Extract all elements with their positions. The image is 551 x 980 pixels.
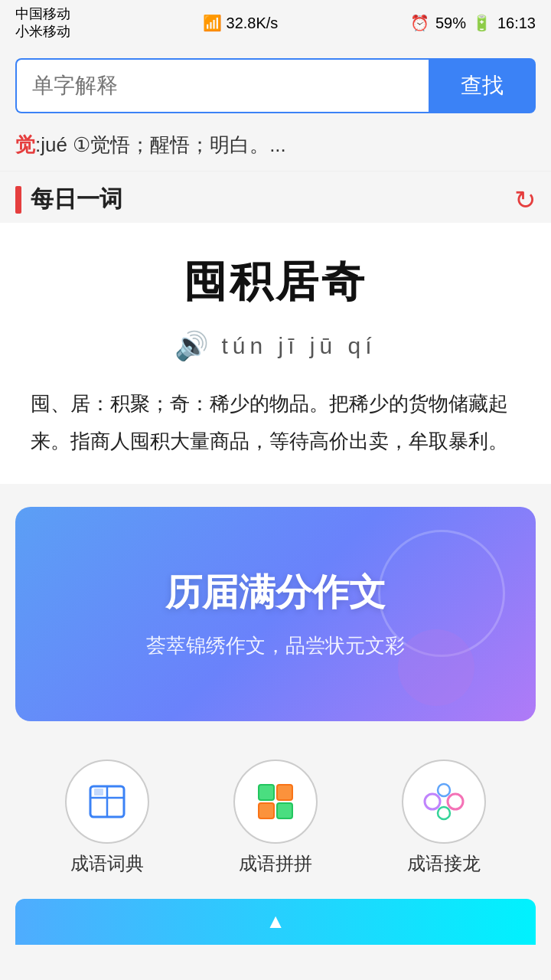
banner-title: 历届满分作文 [165,568,386,617]
cidian-icon [84,779,130,825]
word-characters: 囤积居奇 [23,253,528,312]
section-title: 每日一词 [31,184,122,215]
word-pinyin: tún jī jū qí [221,333,376,359]
section-header-left: 每日一词 [15,184,122,215]
search-button[interactable]: 查找 [429,58,536,113]
word-description: 囤、居：积聚；奇：稀少的物品。把稀少的货物储藏起来。指商人囤积大量商品，等待高价… [23,385,528,461]
time-label: 16:13 [497,15,536,32]
cidian-label: 成语词典 [70,851,144,876]
search-input[interactable] [15,58,429,113]
svg-rect-6 [259,803,274,818]
icon-circle-pinpin [233,760,318,844]
carrier1-label: 中国移动 [15,5,70,23]
bottom-bar[interactable]: ▲ [15,899,536,945]
search-area: 查找 [0,46,551,126]
svg-rect-4 [259,785,274,800]
svg-point-8 [425,794,440,809]
essay-banner[interactable]: 历届满分作文 荟萃锦绣作文，品尝状元文彩 [15,507,536,721]
refresh-icon[interactable]: ↻ [514,185,536,215]
icon-circle-cidian [65,760,149,844]
icon-circle-jielong [402,760,486,844]
icon-item-chengyu-jielong[interactable]: 成语接龙 [402,760,486,876]
icon-item-chengyu-pinpin[interactable]: 成语拼拼 [233,760,318,876]
pinpin-label: 成语拼拼 [239,851,312,876]
bottom-icons: 成语词典 成语拼拼 成语接龙 [0,744,551,899]
carrier-info: 中国移动 小米移动 [15,5,70,41]
status-right: ⏰ 59% 🔋 16:13 [410,14,536,32]
status-bar: 中国移动 小米移动 📶 32.8K/s ⏰ 59% 🔋 16:13 [0,0,551,46]
daily-hint: 觉:jué ①觉悟；醒悟；明白。... [0,126,551,171]
icon-item-chengyu-cidian[interactable]: 成语词典 [65,760,149,876]
pinpin-icon [253,779,298,825]
red-bar-decoration [15,186,21,214]
svg-rect-5 [277,785,292,800]
svg-point-11 [438,807,450,819]
jielong-label: 成语接龙 [407,851,481,876]
carrier2-label: 小米移动 [15,23,70,41]
banner-subtitle: 荟萃锦绣作文，品尝状元文彩 [146,632,405,659]
battery-icon: 🔋 [472,14,491,32]
word-pinyin-row: 🔊 tún jī jū qí [23,330,528,362]
bottom-bar-icon: ▲ [266,910,285,933]
hint-char: 觉 [15,133,35,156]
signal-speed: 📶 32.8K/s [203,14,279,32]
svg-point-9 [448,794,463,809]
word-of-day-card: 囤积居奇 🔊 tún jī jū qí 囤、居：积聚；奇：稀少的物品。把稀少的货… [0,223,551,484]
section-header: 每日一词 ↻ [0,172,551,223]
svg-point-10 [438,784,450,796]
svg-rect-7 [277,803,292,818]
alarm-icon: ⏰ [410,14,429,32]
hint-content: :jué ①觉悟；醒悟；明白。... [35,133,286,156]
speaker-icon[interactable]: 🔊 [174,330,209,362]
svg-rect-3 [94,789,103,795]
signal-bars: 📶 [203,14,222,32]
speed-label: 32.8K/s [227,15,279,32]
battery-label: 59% [435,15,466,32]
jielong-icon [421,779,467,825]
